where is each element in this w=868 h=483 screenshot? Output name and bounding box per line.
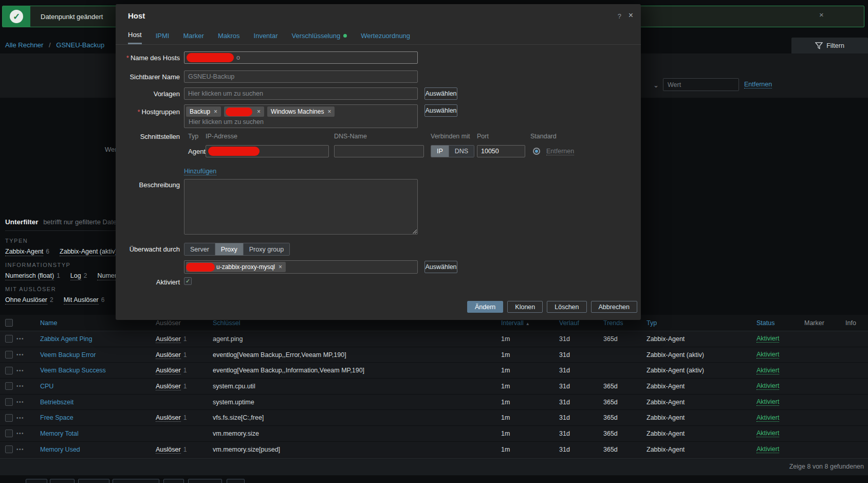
- interface-ip-input[interactable]: [206, 145, 329, 157]
- status-enabled-link[interactable]: Aktiviert: [756, 351, 779, 359]
- abbrechen-button[interactable]: Abbrechen: [591, 301, 637, 313]
- status-enabled-link[interactable]: Aktiviert: [756, 398, 779, 406]
- tab-verschlüsselung[interactable]: Verschlüsselung: [292, 31, 347, 44]
- status-enabled-link[interactable]: Aktiviert: [756, 445, 779, 453]
- triggers-link[interactable]: Auslöser: [156, 446, 181, 454]
- triggers-link[interactable]: Auslöser: [156, 335, 181, 343]
- chip-remove-icon[interactable]: ×: [214, 108, 217, 115]
- proxy-select-button[interactable]: Auswählen: [424, 261, 457, 273]
- row-checkbox[interactable]: [5, 398, 13, 406]
- tab-inventar[interactable]: Inventar: [254, 31, 278, 44]
- row-menu-icon[interactable]: •••: [16, 383, 40, 389]
- klonen-button[interactable]: Klonen: [507, 301, 543, 313]
- row-menu-icon[interactable]: •••: [16, 415, 40, 421]
- item-name-link[interactable]: Betriebszeit: [40, 399, 156, 406]
- tab-ipmi[interactable]: IPMI: [156, 31, 170, 44]
- tab-marker[interactable]: Marker: [183, 31, 204, 44]
- row-menu-icon[interactable]: •••: [16, 368, 40, 373]
- notification-close-icon[interactable]: ×: [819, 10, 824, 19]
- row-checkbox[interactable]: [5, 335, 13, 343]
- column-header-typ[interactable]: Typ: [647, 319, 756, 327]
- chip-remove-icon[interactable]: ×: [257, 108, 261, 115]
- item-name-link[interactable]: Zabbix Agent Ping: [40, 335, 156, 343]
- enabled-checkbox[interactable]: ✓: [184, 277, 192, 285]
- monitored-option-proxy[interactable]: Proxy: [215, 243, 244, 255]
- templates-input[interactable]: [184, 87, 418, 100]
- triggers-link[interactable]: Auslöser: [156, 414, 181, 422]
- filter-tab[interactable]: Filtern: [791, 38, 868, 53]
- status-enabled-link[interactable]: Aktiviert: [756, 335, 779, 343]
- column-header-name[interactable]: Name: [40, 319, 156, 327]
- resize-handle[interactable]: [412, 229, 417, 234]
- andern-button[interactable]: Ändern: [467, 301, 503, 313]
- help-icon[interactable]: ?: [618, 12, 621, 20]
- chip-remove-icon[interactable]: ×: [327, 108, 331, 115]
- column-header-status[interactable]: Status: [756, 319, 804, 327]
- connect-option-dns[interactable]: DNS: [449, 146, 474, 157]
- triggers-link[interactable]: Auslöser: [156, 383, 181, 390]
- mass-action-button-cutoff[interactable]: [227, 479, 245, 483]
- row-menu-icon[interactable]: •••: [16, 431, 40, 436]
- monitored-option-server[interactable]: Server: [184, 243, 215, 255]
- tab-wertezuordnung[interactable]: Wertezuordnung: [361, 31, 410, 44]
- mass-action-button-cutoff[interactable]: [113, 479, 159, 483]
- tag-value-input[interactable]: [663, 78, 739, 91]
- row-checkbox[interactable]: [5, 382, 13, 390]
- proxy-multiselect[interactable]: u-zabbix-proxy-mysql ×: [184, 260, 418, 274]
- templates-select-button[interactable]: Auswählen: [424, 87, 457, 100]
- subfilter-link[interactable]: Zabbix-Agent (aktiv)2: [60, 247, 123, 255]
- item-name-link[interactable]: Memory Total: [40, 430, 156, 437]
- row-checkbox[interactable]: [5, 430, 13, 437]
- triggers-link[interactable]: Auslöser: [156, 367, 181, 374]
- host-groups-multiselect[interactable]: Backup××Windows Machines× Hier klicken u…: [184, 104, 418, 128]
- mass-action-button-cutoff[interactable]: [163, 479, 184, 483]
- column-header-intervall[interactable]: Intervall▲: [501, 319, 559, 327]
- chevron-down-icon[interactable]: ⌄: [653, 81, 659, 89]
- close-icon[interactable]: ×: [629, 11, 633, 20]
- loschen-button[interactable]: Löschen: [547, 301, 586, 313]
- subfilter-link[interactable]: Log2: [70, 272, 87, 279]
- column-header-verlauf[interactable]: Verlauf: [559, 319, 603, 327]
- interface-add-link[interactable]: Hinzufügen: [184, 168, 216, 175]
- interface-remove-link[interactable]: Entfernen: [546, 148, 574, 155]
- item-name-link[interactable]: Free Space: [40, 414, 156, 421]
- mass-action-button-cutoff[interactable]: [188, 479, 222, 483]
- visible-name-input[interactable]: [184, 70, 418, 83]
- tab-host[interactable]: Host: [128, 31, 142, 44]
- column-header-schlüssel[interactable]: Schlüssel: [213, 319, 501, 327]
- subfilter-link[interactable]: Numerisch (float)1: [5, 272, 60, 279]
- column-header-trends[interactable]: Trends: [603, 319, 647, 327]
- breadcrumb-host[interactable]: GSNEU-Backup: [56, 41, 104, 49]
- tag-remove-link[interactable]: Entfernen: [744, 81, 772, 88]
- select-all-checkbox[interactable]: [5, 319, 13, 327]
- row-menu-icon[interactable]: •••: [16, 352, 40, 357]
- mass-action-button-cutoff[interactable]: [26, 479, 47, 483]
- monitored-option-proxy-group[interactable]: Proxy group: [244, 243, 289, 255]
- host-groups-select-button[interactable]: Auswählen: [424, 104, 457, 117]
- connect-option-ip[interactable]: IP: [431, 146, 449, 157]
- mass-action-button-cutoff[interactable]: [50, 479, 75, 483]
- mass-action-button-cutoff[interactable]: [78, 479, 109, 483]
- subfilter-link[interactable]: Zabbix-Agent6: [5, 247, 49, 255]
- breadcrumb-all-hosts[interactable]: Alle Rechner: [5, 41, 43, 49]
- subfilter-link[interactable]: Ohne Auslöser2: [5, 296, 53, 303]
- row-menu-icon[interactable]: •••: [16, 336, 40, 342]
- status-enabled-link[interactable]: Aktiviert: [756, 430, 779, 437]
- triggers-link[interactable]: Auslöser: [156, 351, 181, 359]
- row-menu-icon[interactable]: •••: [16, 399, 40, 405]
- default-interface-radio[interactable]: [533, 148, 540, 155]
- tab-makros[interactable]: Makros: [218, 31, 240, 44]
- row-checkbox[interactable]: [5, 367, 13, 374]
- row-checkbox[interactable]: [5, 351, 13, 359]
- subfilter-link[interactable]: Mit Auslöser6: [64, 296, 105, 303]
- row-checkbox[interactable]: [5, 414, 13, 422]
- item-name-link[interactable]: Memory Used: [40, 446, 156, 453]
- item-name-link[interactable]: CPU: [40, 383, 156, 390]
- status-enabled-link[interactable]: Aktiviert: [756, 382, 779, 390]
- interface-dns-input[interactable]: [334, 145, 424, 157]
- row-checkbox[interactable]: [5, 445, 13, 453]
- item-name-link[interactable]: Veem Backup Error: [40, 351, 156, 359]
- interface-port-input[interactable]: [477, 145, 525, 157]
- status-enabled-link[interactable]: Aktiviert: [756, 414, 779, 422]
- item-name-link[interactable]: Veem Backup Success: [40, 367, 156, 374]
